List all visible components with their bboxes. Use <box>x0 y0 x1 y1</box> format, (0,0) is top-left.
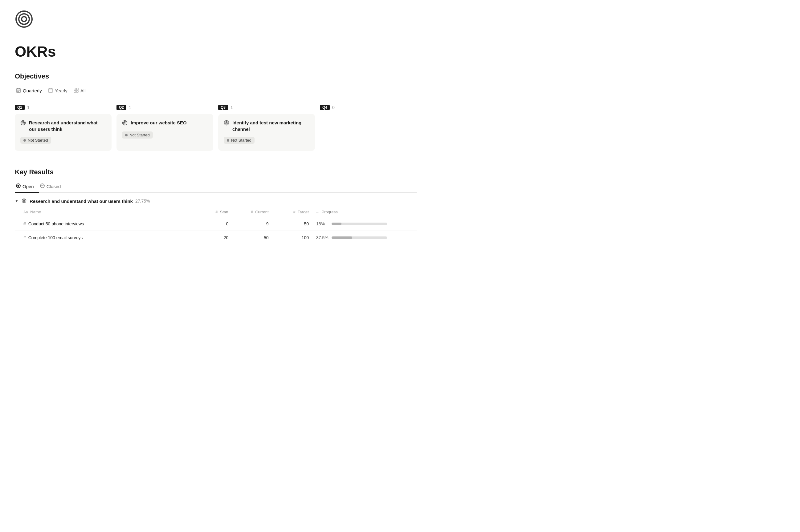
kr-tab-open-label: Open <box>22 184 34 189</box>
calendar-icon <box>48 88 53 94</box>
app-icon <box>15 10 417 37</box>
kr-row-start-1: 20 <box>196 231 236 245</box>
group-title-0: Research and understand what our users t… <box>30 198 150 204</box>
th-start: # Start <box>196 207 236 217</box>
radio-dash-icon <box>40 184 45 189</box>
quarter-q1: Q1 1 Research and understand what our us… <box>15 105 112 151</box>
svg-rect-16 <box>74 88 76 90</box>
quarter-q4-header: Q4 0 <box>320 105 417 110</box>
objective-group-0-header[interactable]: ▼ Research and understand what our users… <box>15 193 417 207</box>
quarter-q3-label: Q3 <box>218 105 228 110</box>
objective-card-q1-0-title: Research and understand what our users t… <box>20 119 106 132</box>
tab-quarterly-label: Quarterly <box>23 88 42 93</box>
kr-row-name-0: # Conduct 50 phone interviews <box>15 217 196 231</box>
target-icon-group <box>22 198 26 205</box>
hash-icon-current: # <box>251 210 253 214</box>
tab-all[interactable]: All <box>72 85 91 97</box>
kr-tab-closed[interactable]: Closed <box>39 181 66 193</box>
th-progress: ··· Progress <box>316 207 417 217</box>
th-name: Aa Name <box>15 207 196 217</box>
hash-icon-row-0: # <box>23 221 26 226</box>
key-results-title: Key Results <box>15 168 417 176</box>
quarter-q4: Q4 0 <box>320 105 417 151</box>
progress-bar-track-0 <box>332 223 387 225</box>
aa-icon: Aa <box>23 210 28 214</box>
th-current: # Current <box>236 207 276 217</box>
kr-tabs: Open Closed <box>15 181 417 193</box>
quarter-q1-header: Q1 1 <box>15 105 112 110</box>
objective-card-q2-0[interactable]: Improve our website SEO Not Started <box>116 114 213 151</box>
status-dot-q3-0 <box>227 139 229 141</box>
svg-point-33 <box>22 199 26 203</box>
dots-icon: ··· <box>316 210 319 214</box>
status-badge-q1-0[interactable]: Not Started <box>20 137 51 144</box>
svg-rect-17 <box>76 88 78 90</box>
expand-arrow-icon: ▼ <box>15 199 18 203</box>
svg-point-28 <box>226 122 227 124</box>
hash-icon-row-1: # <box>23 235 26 240</box>
kr-row-progress-1: 37.5% <box>316 231 417 245</box>
quarter-q2-label: Q2 <box>116 105 126 110</box>
kr-tab-closed-label: Closed <box>47 184 61 189</box>
objectives-section: Objectives Quarterly <box>15 72 417 151</box>
progress-bar-fill-1 <box>332 236 352 239</box>
tab-quarterly[interactable]: Quarterly <box>15 85 47 97</box>
hash-icon-start: # <box>215 210 218 214</box>
radio-filled-icon <box>16 184 21 189</box>
kr-row-current-0: 9 <box>236 217 276 231</box>
objective-card-q1-0[interactable]: Research and understand what our users t… <box>15 114 112 151</box>
quarter-q2: Q2 1 Improve our website SEO <box>116 105 213 151</box>
quarters-grid: Q1 1 Research and understand what our us… <box>15 105 417 151</box>
objectives-tabs: Quarterly Yearly <box>15 85 417 97</box>
calendar-grid-icon <box>16 88 21 94</box>
progress-bar-track-1 <box>332 236 387 239</box>
kr-table-0: Aa Name # Start # Current # Target <box>15 207 417 244</box>
target-icon-q1 <box>20 120 26 127</box>
svg-rect-9 <box>19 91 20 91</box>
svg-rect-8 <box>18 91 19 91</box>
objectives-title: Objectives <box>15 72 417 80</box>
kr-row-name-1: # Complete 100 email surveys <box>15 231 196 245</box>
group-percentage-0: 27.75% <box>135 198 150 204</box>
key-results-section: Key Results Open Closed ▼ <box>15 168 417 244</box>
tab-yearly[interactable]: Yearly <box>47 85 72 97</box>
tab-yearly-label: Yearly <box>55 88 68 93</box>
kr-table-header-row: Aa Name # Start # Current # Target <box>15 207 417 217</box>
svg-point-21 <box>22 121 25 125</box>
svg-rect-7 <box>17 91 18 91</box>
svg-point-1 <box>19 14 29 24</box>
objective-card-q3-0[interactable]: Identify and test new marketing channel … <box>218 114 315 151</box>
hash-icon-target: # <box>293 210 295 214</box>
th-target: # Target <box>276 207 316 217</box>
kr-row-progress-0: 18% <box>316 217 417 231</box>
table-row[interactable]: # Complete 100 email surveys 20 50 100 3… <box>15 231 417 245</box>
svg-point-30 <box>18 185 19 187</box>
svg-rect-10 <box>17 92 18 92</box>
kr-row-start-0: 0 <box>196 217 236 231</box>
kr-tab-open[interactable]: Open <box>15 181 39 193</box>
svg-point-2 <box>22 17 26 22</box>
svg-point-22 <box>23 122 24 124</box>
table-row[interactable]: # Conduct 50 phone interviews 0 9 50 18% <box>15 217 417 231</box>
progress-pct-1: 37.5% <box>316 235 328 240</box>
quarter-q4-label: Q4 <box>320 105 330 110</box>
svg-rect-19 <box>76 91 78 92</box>
svg-point-35 <box>23 201 24 201</box>
quarter-q2-header: Q2 1 <box>116 105 213 110</box>
svg-rect-12 <box>48 89 53 92</box>
objective-card-q2-0-title: Improve our website SEO <box>122 119 208 127</box>
objective-group-0: ▼ Research and understand what our users… <box>15 193 417 244</box>
objective-card-q3-0-title: Identify and test new marketing channel <box>224 119 309 132</box>
progress-pct-0: 18% <box>316 221 328 226</box>
svg-point-25 <box>125 122 125 124</box>
target-icon-q3 <box>224 120 229 127</box>
status-badge-q3-0[interactable]: Not Started <box>224 137 255 144</box>
kr-table-body: # Conduct 50 phone interviews 0 9 50 18%… <box>15 217 417 245</box>
status-dot-q2-0 <box>125 134 128 136</box>
quarter-q1-label: Q1 <box>15 105 25 110</box>
svg-point-34 <box>23 200 25 202</box>
kr-row-target-0: 50 <box>276 217 316 231</box>
quarter-q2-count: 1 <box>129 105 131 110</box>
quarter-q3-count: 1 <box>231 105 233 110</box>
status-badge-q2-0[interactable]: Not Started <box>122 131 153 138</box>
